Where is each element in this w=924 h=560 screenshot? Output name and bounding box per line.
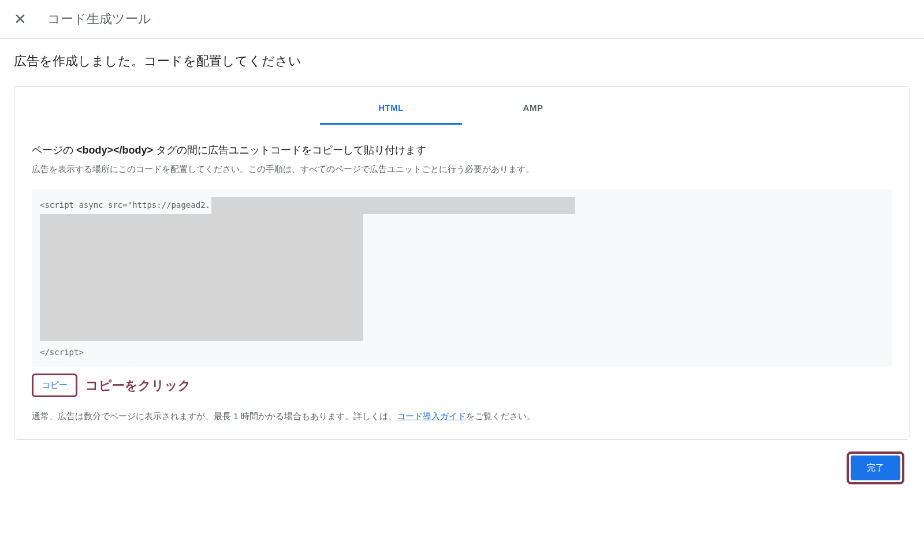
card: HTML AMP ページの <body></body> タグの間に広告ユニットコ…: [14, 86, 910, 440]
done-button[interactable]: 完了: [851, 456, 900, 480]
code-line-last: </script>: [40, 346, 884, 359]
copy-row: コピー コピーをクリック: [32, 374, 892, 397]
redacted-block-top: [211, 197, 575, 214]
header-title: コード生成ツール: [47, 10, 151, 28]
footer-text-after: をご覧ください。: [466, 411, 535, 421]
instruction-title-prefix: ページの: [32, 144, 76, 156]
copy-button[interactable]: コピー: [32, 374, 77, 397]
page-title: 広告を作成しました。コードを配置してください: [14, 53, 910, 70]
copy-annotation: コピーをクリック: [85, 377, 191, 394]
tabs: HTML AMP: [14, 87, 910, 125]
footer-text-before: 通常、広告は数分でページに表示されますが、最長 1 時間かかる場合もあります。詳…: [32, 411, 397, 421]
instruction-desc: 広告を表示する場所にこのコードを配置してください。この手順は、すべてのページで広…: [32, 164, 892, 175]
done-button-highlight: 完了: [847, 451, 904, 484]
redacted-block-main: [40, 214, 363, 341]
done-row: 完了: [14, 440, 910, 490]
tab-html[interactable]: HTML: [320, 103, 462, 125]
close-icon[interactable]: ✕: [14, 12, 27, 27]
footer-text: 通常、広告は数分でページに表示されますが、最長 1 時間かかる場合もあります。詳…: [32, 411, 892, 422]
instruction-title: ページの <body></body> タグの間に広告ユニットコードをコピーして貼…: [32, 143, 892, 157]
code-line-first: <script async src="https://pagead2.: [40, 199, 210, 211]
tab-amp[interactable]: AMP: [462, 103, 604, 125]
code-area[interactable]: <script async src="https://pagead2. </sc…: [32, 189, 892, 367]
instruction-title-suffix: タグの間に広告ユニットコードをコピーして貼り付けます: [153, 144, 426, 156]
header: ✕ コード生成ツール: [0, 0, 924, 39]
instruction-title-bold: <body></body>: [76, 144, 153, 156]
tab-content: ページの <body></body> タグの間に広告ユニットコードをコピーして貼…: [14, 125, 910, 439]
footer-link[interactable]: コード導入ガイド: [397, 411, 466, 421]
content: 広告を作成しました。コードを配置してください HTML AMP ページの <bo…: [0, 39, 924, 504]
